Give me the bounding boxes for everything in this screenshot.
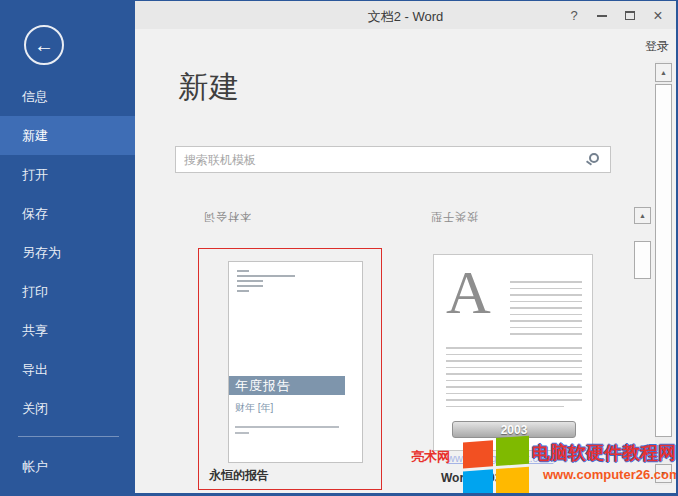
minimize-icon[interactable] (588, 5, 616, 26)
placeholder-line (510, 288, 582, 290)
placeholder-line (446, 347, 582, 349)
logo-square-green (496, 436, 529, 466)
gallery-scrollbar-thumb[interactable] (634, 241, 651, 279)
sidebar-item-export[interactable]: 导出 (0, 350, 135, 389)
window-controls: ? × (560, 5, 672, 26)
sidebar-item-open[interactable]: 打开 (0, 155, 135, 194)
watermark-liangshunet: 亮术网 (411, 448, 450, 466)
help-icon[interactable]: ? (560, 5, 588, 26)
sidebar-item-print[interactable]: 打印 (0, 272, 135, 311)
scrollbar-thumb[interactable] (655, 84, 672, 437)
sign-in-link[interactable]: 登录 (645, 38, 669, 55)
placeholder-line (510, 314, 582, 316)
placeholder-line (446, 406, 564, 408)
sidebar-item-save-as[interactable]: 另存为 (0, 233, 135, 272)
back-arrow-icon: ← (34, 34, 54, 57)
red-highlight-annotation (198, 248, 382, 490)
search-input[interactable] (176, 147, 610, 172)
placeholder-line (510, 327, 582, 329)
template-search-box (175, 146, 611, 173)
logo-square-yellow (496, 467, 529, 496)
placeholder-line (510, 320, 582, 322)
placeholder-line (446, 399, 582, 401)
word-backstage-window: 文档2 - Word ? × 登录 ← 信息新建打开保存另存为打印共享导出关闭 … (0, 0, 678, 496)
drop-cap-letter: A (446, 261, 491, 323)
watermark-computer26-url: www.computer26.com (543, 467, 678, 482)
back-button[interactable]: ← (24, 25, 64, 65)
template-2003-badge: 2003 (452, 421, 576, 438)
placeholder-line (510, 301, 582, 303)
sidebar-item-save[interactable]: 保存 (0, 194, 135, 233)
placeholder-line (446, 360, 582, 362)
sidebar-divider (18, 436, 119, 437)
sidebar-item-account[interactable]: 帐户 (0, 451, 135, 483)
garbled-label-right: 按类于型 (430, 209, 478, 224)
gallery-scroll-up-icon[interactable]: ▲ (634, 207, 651, 224)
sidebar-item-share[interactable]: 共享 (0, 311, 135, 350)
placeholder-line (446, 367, 582, 369)
watermark-computer26: 电脑软硬件教程网 (532, 441, 676, 465)
placeholder-line (446, 380, 582, 382)
maximize-icon[interactable] (616, 5, 644, 26)
garbled-label-left: 本村会词 (203, 209, 251, 224)
placeholder-line (510, 281, 582, 283)
placeholder-line (446, 354, 582, 356)
windows-logo-icon (463, 436, 531, 496)
page-title: 新建 (178, 67, 240, 108)
sidebar-item-close[interactable]: 关闭 (0, 389, 135, 428)
placeholder-line (510, 333, 582, 335)
logo-square-blue (463, 469, 493, 496)
template-thumbnail-word2003[interactable]: A 2003 (433, 254, 593, 451)
placeholder-line (446, 393, 582, 395)
placeholder-line (446, 373, 582, 375)
sidebar-menu: 信息新建打开保存另存为打印共享导出关闭 (0, 77, 135, 428)
placeholder-line (510, 307, 582, 309)
sidebar-item-new[interactable]: 新建 (0, 116, 135, 155)
logo-square-orange (463, 440, 493, 468)
vertical-scrollbar[interactable]: ▲ ▼ (655, 61, 672, 485)
placeholder-text-lines (446, 347, 582, 412)
backstage-sidebar: ← 信息新建打开保存另存为打印共享导出关闭 帐户 (0, 1, 135, 493)
search-icon[interactable] (589, 153, 599, 163)
placeholder-line (446, 386, 582, 388)
sidebar-item-info[interactable]: 信息 (0, 77, 135, 116)
close-icon[interactable]: × (644, 5, 672, 26)
scroll-up-icon[interactable]: ▲ (655, 63, 672, 82)
placeholder-text-lines (510, 281, 582, 340)
template-name-annual-report[interactable]: 永恒的报告 (209, 467, 269, 484)
placeholder-line (510, 294, 582, 296)
